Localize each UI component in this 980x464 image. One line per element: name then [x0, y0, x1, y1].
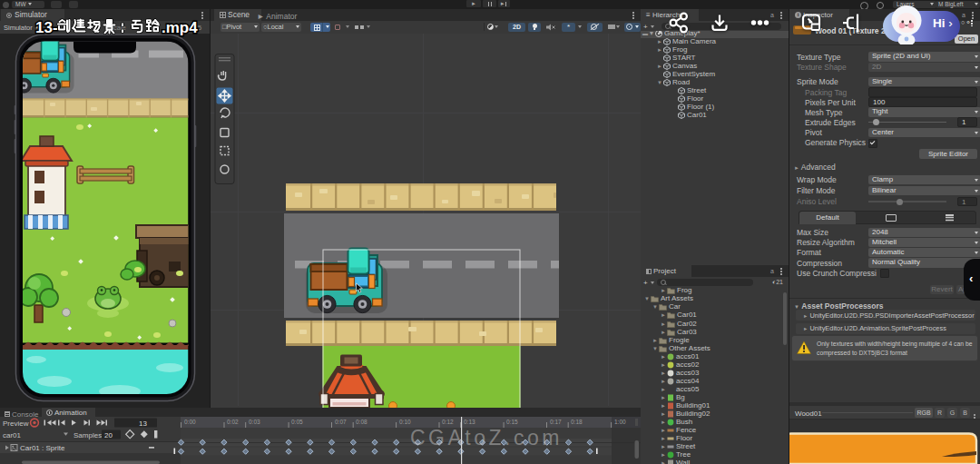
- svg-text:0:13: 0:13: [464, 419, 475, 425]
- svg-text:0:15: 0:15: [506, 419, 518, 425]
- svg-text:0:03: 0:03: [249, 419, 260, 425]
- svg-text:Samples: Samples: [74, 431, 102, 439]
- svg-text:car01: car01: [3, 431, 22, 439]
- svg-text:0:00: 0:00: [184, 419, 196, 425]
- svg-text:Car01 : Sprite: Car01 : Sprite: [20, 444, 65, 452]
- svg-text:0:12: 0:12: [442, 419, 454, 425]
- svg-text:1:00: 1:00: [614, 419, 626, 425]
- svg-text:0:18: 0:18: [571, 419, 583, 425]
- svg-text:13: 13: [139, 420, 147, 428]
- svg-text:0:08: 0:08: [356, 419, 368, 425]
- svg-text:0:07: 0:07: [335, 419, 347, 425]
- svg-text:Preview: Preview: [3, 420, 29, 428]
- svg-text:20: 20: [104, 431, 113, 439]
- svg-text:0:02: 0:02: [227, 419, 239, 425]
- svg-text:0:10: 0:10: [399, 419, 411, 425]
- svg-text:0:05: 0:05: [291, 419, 303, 425]
- svg-text:0:17: 0:17: [550, 419, 562, 425]
